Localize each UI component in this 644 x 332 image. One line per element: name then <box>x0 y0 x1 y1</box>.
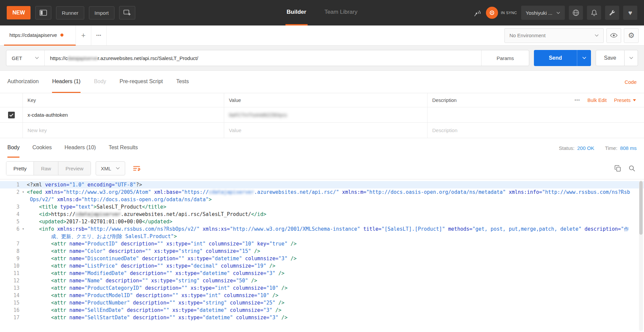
header-key-cell[interactable]: x-cdata-authtoken <box>22 107 224 122</box>
code-line[interactable]: 3 <title type="text">SalesLT_Product</ti… <box>0 203 644 211</box>
new-window-button[interactable] <box>119 6 135 19</box>
window-plus-icon <box>123 10 131 16</box>
code-line[interactable]: 15 <attr name="ProductNumber" descriptio… <box>0 299 644 307</box>
tab-authorization[interactable]: Authorization <box>7 71 39 93</box>
code-text: <feed xmlns="http://www.w3.org/2005/Atom… <box>27 188 644 203</box>
code-line[interactable]: 9 <attr name="DiscontinuedDate" descript… <box>0 255 644 262</box>
tab-response-body[interactable]: Body <box>7 138 19 158</box>
code-line[interactable]: 16 <attr name="SellEndDate" description=… <box>0 307 644 314</box>
tab-builder[interactable]: Builder <box>285 0 308 25</box>
api-docs-globe-button[interactable] <box>569 6 583 20</box>
request-tab-active[interactable]: https://cdatajapiserve <box>4 25 76 46</box>
code-line[interactable]: 10 <attr name="ListPrice" description=""… <box>0 262 644 270</box>
tab-tests[interactable]: Tests <box>176 71 189 93</box>
wrap-lines-icon <box>133 165 141 172</box>
new-value-input[interactable]: Value <box>224 123 427 138</box>
header-description-cell[interactable] <box>427 107 644 122</box>
code-editor: 1<?xml version="1.0" encoding="UTF-8"?>2… <box>0 181 644 321</box>
new-description-input[interactable]: Description <box>427 123 644 138</box>
view-mode-preview[interactable]: Preview <box>58 162 90 175</box>
presets-dropdown[interactable]: Presets <box>614 98 636 103</box>
tab-response-headers[interactable]: Headers (10) <box>64 138 96 158</box>
settings-wrench-button[interactable] <box>605 6 619 20</box>
import-button[interactable]: Import <box>89 6 115 19</box>
code-line[interactable]: 17 <attr name="SellStartDate" descriptio… <box>0 314 644 321</box>
bulk-edit-link[interactable]: Bulk Edit <box>588 98 607 103</box>
runner-button[interactable]: Runner <box>56 6 84 19</box>
header-value-cell[interactable]: 9aFCTmTIsA4d6ZZB3ycs <box>224 107 427 122</box>
sync-label: IN SYNC <box>501 11 517 15</box>
chevron-down-icon <box>629 57 633 59</box>
code-text: <attr name="ProductCategoryID" descripti… <box>27 284 644 292</box>
line-number: 1 <box>0 181 19 188</box>
code-line[interactable]: 8 <attr name="Color" description="" xs:t… <box>0 247 644 255</box>
user-menu-button[interactable]: Yoshiyuki ... <box>521 6 565 20</box>
new-button[interactable]: NEW <box>7 6 31 19</box>
header-row: x-cdata-authtoken 9aFCTmTIsA4d6ZZB3ycs <box>0 107 644 123</box>
collaboration-antenna-button[interactable] <box>473 9 482 17</box>
sidebar-toggle-button[interactable] <box>35 6 51 19</box>
search-response-button[interactable] <box>629 165 635 172</box>
code-line[interactable]: 12 <attr name="Name" description="" xs:t… <box>0 277 644 284</box>
format-select[interactable]: XML <box>96 161 126 175</box>
code-line[interactable]: 1<?xml version="1.0" encoding="UTF-8"?> <box>0 181 644 188</box>
environment-select[interactable]: No Environment <box>504 28 604 43</box>
url-redacted-segment: datajapiserve <box>68 55 98 61</box>
send-button[interactable]: Send <box>534 50 577 66</box>
code-text: <title type="text">SalesLT_Product</titl… <box>27 203 644 211</box>
notifications-bell-button[interactable] <box>587 6 601 20</box>
presets-label: Presets <box>614 98 631 103</box>
chevron-down-icon <box>582 57 586 59</box>
code-line[interactable]: 4 <id>https://cdatajapiserver.azurewebsi… <box>0 211 644 218</box>
request-editor-tabs: Authorization Headers (1) Body Pre-reque… <box>0 71 644 93</box>
code-line[interactable]: 2▾<feed xmlns="http://www.w3.org/2005/At… <box>0 188 644 203</box>
view-mode-raw[interactable]: Raw <box>34 162 58 175</box>
favorites-heart-button[interactable]: ♥ <box>623 6 637 20</box>
tab-options-button[interactable]: ••• <box>91 25 107 45</box>
code-fold-icon[interactable]: ▾ <box>19 225 27 233</box>
scrollbar-track[interactable] <box>639 180 643 331</box>
send-options-button[interactable] <box>577 50 591 66</box>
code-text: <attr name="Color" description="" xs:typ… <box>27 247 644 255</box>
code-line[interactable]: 11 <attr name="ModifiedDate" description… <box>0 270 644 277</box>
sync-icon[interactable] <box>486 7 498 19</box>
tab-pre-request-script[interactable]: Pre-request Script <box>119 71 163 93</box>
method-select[interactable]: GET <box>6 50 45 66</box>
code-line[interactable]: 7 <attr name="ProductID" description="" … <box>0 240 644 247</box>
save-split-button: Save <box>596 50 638 66</box>
params-button[interactable]: Params <box>481 50 529 66</box>
new-tab-button[interactable]: + <box>76 25 91 45</box>
scrollbar-thumb[interactable] <box>639 181 643 235</box>
time-label: Time: <box>605 145 617 151</box>
tab-headers[interactable]: Headers (1) <box>52 71 80 93</box>
response-tools-right <box>614 165 635 172</box>
url-input[interactable]: https://cdatajapiserver.azurewebsites.ne… <box>45 50 481 66</box>
code-link[interactable]: Code <box>625 71 637 93</box>
view-mode-pretty[interactable]: Pretty <box>6 162 34 175</box>
environment-quicklook-button[interactable] <box>606 28 621 43</box>
tab-team-library[interactable]: Team Library <box>323 0 359 25</box>
line-number: 16 <box>0 307 19 314</box>
eye-icon <box>610 33 617 38</box>
more-options-icon[interactable]: ••• <box>575 98 580 103</box>
save-options-button[interactable] <box>625 50 638 66</box>
tab-body[interactable]: Body <box>94 71 106 93</box>
code-line[interactable]: 5 <updated>2017-12-02T01:01:00+00:00</up… <box>0 218 644 225</box>
tab-test-results[interactable]: Test Results <box>109 138 138 158</box>
code-line[interactable]: 6▾ <info xmlns:rsb="http://www.rssbus.co… <box>0 225 644 240</box>
tab-response-cookies[interactable]: Cookies <box>32 138 52 158</box>
gear-icon: ⚙ <box>628 31 635 40</box>
line-number: 4 <box>0 211 19 218</box>
new-key-input[interactable]: New key <box>22 123 224 138</box>
copy-response-button[interactable] <box>614 165 621 172</box>
code-text: <attr name="ProductID" description="" xs… <box>27 240 644 247</box>
environment-value: No Environment <box>509 33 546 38</box>
code-fold-icon[interactable]: ▾ <box>19 188 27 196</box>
column-header-key: Key <box>22 93 224 107</box>
row-checkbox-checked[interactable] <box>8 112 15 118</box>
save-button[interactable]: Save <box>596 50 625 66</box>
code-line[interactable]: 13 <attr name="ProductCategoryID" descri… <box>0 284 644 292</box>
settings-gear-button[interactable]: ⚙ <box>624 28 639 43</box>
line-wrap-toggle-button[interactable] <box>133 165 141 172</box>
code-line[interactable]: 14 <attr name="ProductModelID" descripti… <box>0 292 644 299</box>
